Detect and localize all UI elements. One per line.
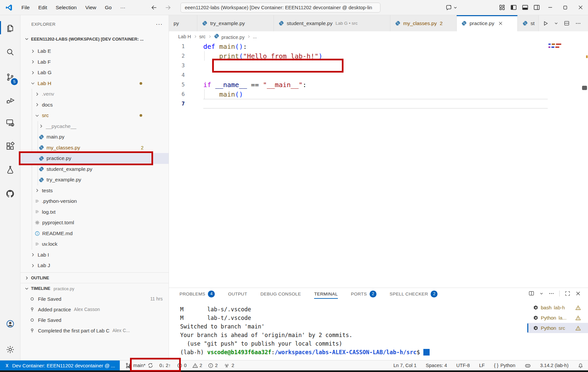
activity-explorer[interactable] (0, 19, 20, 36)
activity-account[interactable] (0, 315, 20, 332)
remote-indicator[interactable]: Dev Container: EEEN11202 devcontainer @ … (0, 360, 120, 370)
code-line-1[interactable]: 1def main(): (169, 42, 588, 51)
editor-tab-my_classes.py[interactable]: my_classes.py2 (390, 15, 457, 31)
tree-item-src[interactable]: src (20, 110, 169, 121)
eol-sequence[interactable]: LF (479, 363, 485, 368)
toggle-secondary-sidebar-icon[interactable] (533, 4, 540, 11)
outline-section[interactable]: OUTLINE (20, 272, 169, 283)
copilot-status-icon[interactable] (525, 362, 531, 369)
minimap[interactable] (548, 44, 568, 52)
close-tab-icon[interactable] (498, 21, 503, 26)
tree-item-Lab J[interactable]: Lab J (20, 260, 169, 271)
tree-item-__pycache__[interactable]: __pycache__ (20, 121, 169, 132)
breadcrumb-item[interactable]: Lab H (178, 34, 191, 39)
tree-item-pyproject.toml[interactable]: pyproject.toml (20, 217, 169, 228)
split-editor-icon[interactable] (564, 20, 570, 26)
minimize-button[interactable] (542, 0, 558, 15)
cursor-position[interactable]: Ln 7, Col 1 (393, 363, 416, 368)
workspace-root[interactable]: EEEN11202-LABS (WORKSPACE) [DEV CONTAINE… (20, 34, 169, 44)
timeline-item[interactable]: Added practiceAlex Casson (20, 304, 169, 315)
tree-item-README.md[interactable]: README.md (20, 228, 169, 239)
tree-item-Lab I[interactable]: Lab I (20, 250, 169, 261)
tree-item-log.txt[interactable]: log.txt (20, 207, 169, 218)
tree-item-uv.lock[interactable]: uv.lock (20, 239, 169, 250)
panel-tab-ports[interactable]: PORTS2 (351, 288, 376, 300)
forward-arrow-icon[interactable] (165, 4, 171, 11)
chevron-down-icon[interactable] (554, 21, 558, 25)
menu-view[interactable]: View (85, 5, 96, 10)
panel-tab-output[interactable]: OUTPUT (228, 288, 247, 300)
tree-item-Lab H[interactable]: Lab H (20, 78, 169, 89)
copilot-chat-button[interactable] (445, 4, 457, 11)
panel-tab-terminal[interactable]: TERMINAL (314, 288, 338, 300)
indentation[interactable]: Spaces: 4 (426, 363, 447, 368)
menu-file[interactable]: File (21, 5, 30, 10)
tree-item-Lab E[interactable]: Lab E (20, 46, 169, 57)
activity-github[interactable] (0, 185, 20, 202)
more-icon[interactable] (575, 20, 581, 26)
activity-run-debug[interactable] (0, 92, 20, 109)
menu-selection[interactable]: Selection (56, 5, 77, 10)
code-editor[interactable]: 1def main():2 print("Hello from lab-h!")… (169, 42, 588, 288)
tree-item-main.py[interactable]: main.py (20, 132, 169, 142)
tree-item-.venv[interactable]: .venv (20, 89, 169, 100)
close-button[interactable] (573, 0, 588, 15)
close-panel-icon[interactable] (575, 291, 581, 296)
language-mode[interactable]: { }Python (494, 363, 515, 368)
activity-search[interactable] (0, 44, 20, 61)
editor-tab-practice.py[interactable]: practice.py (457, 15, 518, 31)
tree-item-student_example.py[interactable]: student_example.py (20, 164, 169, 175)
problems-indicator[interactable]: 0 2 2 (177, 363, 218, 368)
more-actions-icon[interactable]: ··· (156, 21, 163, 28)
editor-scrollbar[interactable] (582, 86, 587, 90)
terminal-instance-Python-la...[interactable]: Pythonla... (527, 313, 588, 323)
tree-item-try_example.py[interactable]: try_example.py (20, 174, 169, 185)
split-terminal-icon[interactable] (528, 290, 535, 296)
maximize-button[interactable] (558, 0, 573, 15)
breadcrumb-item[interactable]: practice.py (214, 33, 245, 40)
terminal-output[interactable]: M lab-s/.vscode M lab-t/.vscode Switched… (180, 305, 430, 356)
activity-testing[interactable] (0, 161, 20, 178)
editor-tab-py[interactable]: py (169, 15, 197, 31)
chevron-down-icon[interactable] (539, 292, 543, 295)
tree-item-docs[interactable]: docs (20, 100, 169, 110)
editor-tab-try_example.py[interactable]: try_example.py (197, 15, 274, 31)
editor-tab-student_example.py[interactable]: student_example.pyLab G • src (274, 15, 390, 31)
code-line-5[interactable]: 5if __name__ == "__main__": (169, 80, 588, 89)
timeline-item[interactable]: File Saved11 hrs (20, 294, 169, 304)
toggle-panel-icon[interactable] (522, 4, 529, 11)
back-arrow-icon[interactable] (151, 4, 157, 11)
tree-item-Lab F[interactable]: Lab F (20, 57, 169, 68)
timeline-item[interactable]: Completed the first part of Lab CAlex C.… (20, 325, 169, 336)
python-interpreter[interactable]: 3.14.2 (lab-h) (540, 363, 569, 368)
editor-tab-st[interactable]: st (518, 15, 539, 31)
breadcrumb-item[interactable]: ... (253, 34, 257, 39)
code-line-7[interactable]: 7 (169, 99, 588, 108)
ports-indicator[interactable]: 2 (224, 362, 234, 368)
menu-edit[interactable]: Edit (38, 5, 47, 10)
tree-item-Lab G[interactable]: Lab G (20, 67, 169, 78)
tree-item-tests[interactable]: tests (20, 185, 169, 196)
tree-item-.python-version[interactable]: .python-version (20, 196, 169, 207)
notifications-bell-icon[interactable] (578, 363, 583, 368)
terminal-instance-bash-lab-h[interactable]: bashlab-h (527, 302, 588, 313)
terminal-instance-Python-src[interactable]: Pythonsrc (527, 323, 588, 333)
activity-remote-explorer[interactable] (0, 114, 20, 131)
timeline-item[interactable]: File Saved (20, 315, 169, 325)
activity-extensions[interactable] (0, 138, 20, 155)
run-icon[interactable] (542, 20, 549, 27)
toggle-primary-sidebar-icon[interactable] (510, 4, 517, 11)
maximize-panel-icon[interactable] (565, 291, 571, 296)
command-center[interactable]: eeen11202-labs (Workspace) [Dev Containe… (180, 3, 380, 13)
menu-more[interactable]: ··· (120, 5, 125, 10)
timeline-section[interactable]: TIMELINE practice.py (20, 283, 169, 294)
panel-tab-debug-console[interactable]: DEBUG CONSOLE (260, 288, 301, 300)
panel-tab-problems[interactable]: PROBLEMS4 (180, 288, 215, 300)
encoding[interactable]: UTF-8 (456, 363, 470, 368)
menu-go[interactable]: Go (105, 5, 112, 10)
activity-source-control[interactable]: 5 (0, 69, 20, 86)
more-actions-icon[interactable] (548, 291, 554, 296)
panel-tab-spell-checker[interactable]: SPELL CHECKER2 (390, 288, 438, 300)
customize-layout-icon[interactable] (499, 4, 506, 11)
code-line-6[interactable]: 6 main() (169, 89, 588, 99)
